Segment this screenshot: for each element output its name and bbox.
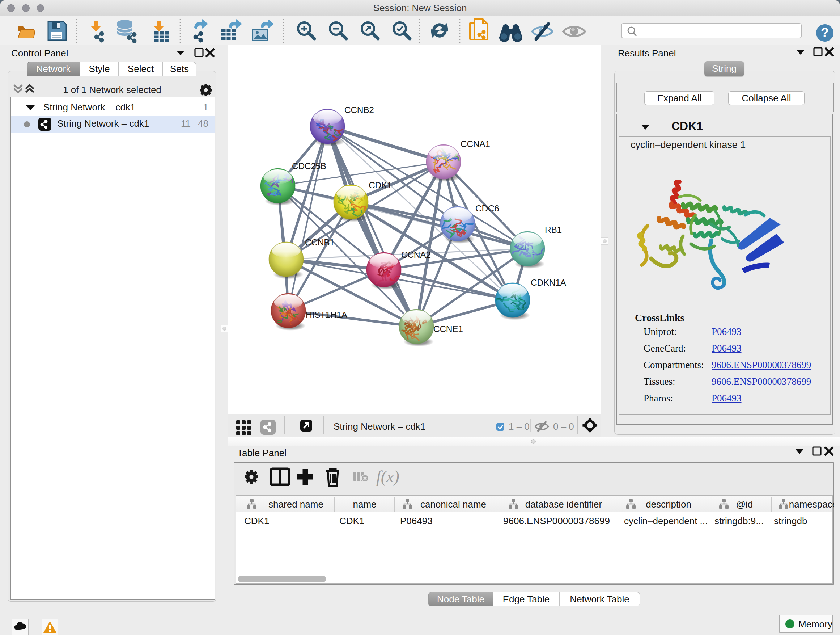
svg-text:CDC6: CDC6 bbox=[475, 203, 499, 213]
svg-text:?: ? bbox=[821, 25, 829, 40]
svg-text:f(x): f(x) bbox=[376, 467, 399, 486]
svg-text:namespace: namespace bbox=[789, 499, 834, 510]
svg-text:1 – 0: 1 – 0 bbox=[508, 421, 530, 432]
svg-text:name: name bbox=[353, 499, 376, 510]
svg-text:canonical name: canonical name bbox=[420, 499, 486, 510]
svg-text:description: description bbox=[646, 499, 691, 510]
svg-text:HIST1H1A: HIST1H1A bbox=[306, 310, 347, 320]
svg-text:shared name: shared name bbox=[268, 499, 324, 510]
svg-text:CCNA2: CCNA2 bbox=[401, 250, 431, 260]
svg-text:@id: @id bbox=[736, 499, 753, 510]
svg-text:database identifier: database identifier bbox=[525, 499, 602, 510]
svg-text:CDC25B: CDC25B bbox=[292, 161, 326, 171]
svg-text:CDKN1A: CDKN1A bbox=[531, 278, 567, 287]
svg-text:CDK1: CDK1 bbox=[369, 180, 392, 190]
svg-text:String Network – cdk1: String Network – cdk1 bbox=[333, 421, 425, 432]
svg-text:RB1: RB1 bbox=[545, 225, 562, 234]
svg-text:CCNB2: CCNB2 bbox=[344, 105, 374, 115]
svg-text:CCNB1: CCNB1 bbox=[305, 238, 335, 247]
svg-text:CCNA1: CCNA1 bbox=[461, 139, 490, 149]
svg-text:CCNE1: CCNE1 bbox=[433, 324, 463, 334]
svg-text:0 – 0: 0 – 0 bbox=[553, 421, 574, 432]
